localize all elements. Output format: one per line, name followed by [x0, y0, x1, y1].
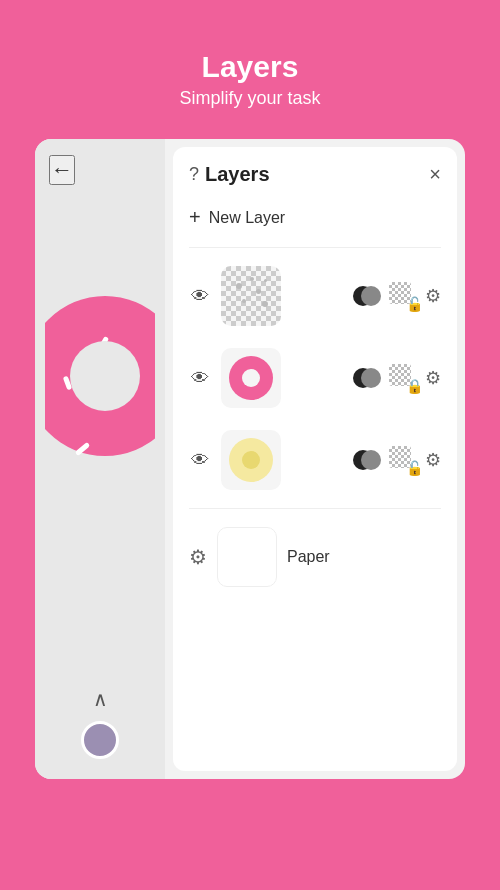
layer-controls: 🔓 ⚙ — [353, 282, 441, 310]
donut-hole — [70, 341, 140, 411]
dot — [250, 277, 254, 281]
back-button[interactable]: ← — [49, 155, 75, 185]
bottom-controls: ∧ — [81, 687, 119, 759]
plus-icon: + — [189, 206, 201, 229]
dot — [264, 279, 267, 282]
color-picker[interactable] — [81, 721, 119, 759]
dot — [256, 289, 261, 294]
list-item: 👁 — [189, 260, 441, 332]
scatter-dots — [226, 271, 276, 321]
app-subtitle: Simplify your task — [179, 88, 320, 109]
layer-thumbnail[interactable] — [221, 430, 281, 490]
chevron-up-icon[interactable]: ∧ — [93, 687, 108, 711]
eye-icon[interactable]: 👁 — [189, 286, 211, 307]
gear-icon[interactable]: ⚙ — [425, 285, 441, 307]
new-layer-label: New Layer — [209, 209, 285, 227]
thumb-checker — [221, 266, 281, 326]
app-header: Layers Simplify your task — [179, 0, 320, 139]
layer-thumbnail[interactable] — [221, 266, 281, 326]
eye-icon[interactable]: 👁 — [189, 450, 211, 471]
alpha-lock-icon[interactable]: 🔓 — [389, 446, 417, 474]
eye-icon[interactable]: 👁 — [189, 368, 211, 389]
blend-mode-icon[interactable] — [353, 446, 381, 474]
paper-thumbnail[interactable] — [217, 527, 277, 587]
yellow-thumb — [229, 438, 273, 482]
layer-thumbnail[interactable] — [221, 348, 281, 408]
list-item: ⚙ Paper — [189, 521, 441, 593]
alpha-lock-icon[interactable]: 🔒 — [389, 364, 417, 392]
divider-1 — [189, 247, 441, 248]
blend-mode-icon[interactable] — [353, 364, 381, 392]
yellow-inner — [242, 451, 260, 469]
donut-thumb — [226, 353, 276, 403]
app-title: Layers — [179, 50, 320, 84]
gear-icon[interactable]: ⚙ — [425, 367, 441, 389]
thumb-inner — [221, 348, 281, 408]
thumb-inner — [221, 430, 281, 490]
list-item: 👁 🔒 ⚙ — [189, 342, 441, 414]
gear-icon[interactable]: ⚙ — [189, 545, 207, 569]
lock-symbol: 🔓 — [406, 296, 423, 312]
help-icon[interactable]: ? — [189, 164, 199, 185]
layer-controls: 🔓 ⚙ — [353, 446, 441, 474]
blend-circle-gray — [361, 368, 381, 388]
list-item: 👁 🔓 ⚙ — [189, 424, 441, 496]
canvas-sidebar: ← ∧ — [35, 139, 165, 779]
alpha-lock-icon[interactable]: 🔓 — [389, 282, 417, 310]
dot — [242, 299, 246, 303]
panel-header: ? Layers × — [189, 163, 441, 186]
paper-label: Paper — [287, 548, 330, 566]
dot — [262, 301, 268, 307]
layer-controls: 🔒 ⚙ — [353, 364, 441, 392]
gear-icon[interactable]: ⚙ — [425, 449, 441, 471]
blend-circle-gray — [361, 286, 381, 306]
new-layer-button[interactable]: + New Layer — [189, 200, 441, 235]
canvas-preview — [45, 246, 155, 626]
close-button[interactable]: × — [429, 163, 441, 186]
blend-circle-gray — [361, 450, 381, 470]
dot — [236, 283, 242, 289]
blend-mode-icon[interactable] — [353, 282, 381, 310]
divider-2 — [189, 508, 441, 509]
layers-panel: ? Layers × + New Layer 👁 — [173, 147, 457, 771]
app-container: ← ∧ ? Layers × + — [35, 139, 465, 779]
lock-symbol: 🔓 — [406, 460, 423, 476]
donut-inner — [242, 369, 260, 387]
panel-title-row: ? Layers — [189, 163, 270, 186]
panel-title: Layers — [205, 163, 270, 186]
lock-symbol: 🔒 — [406, 378, 423, 394]
